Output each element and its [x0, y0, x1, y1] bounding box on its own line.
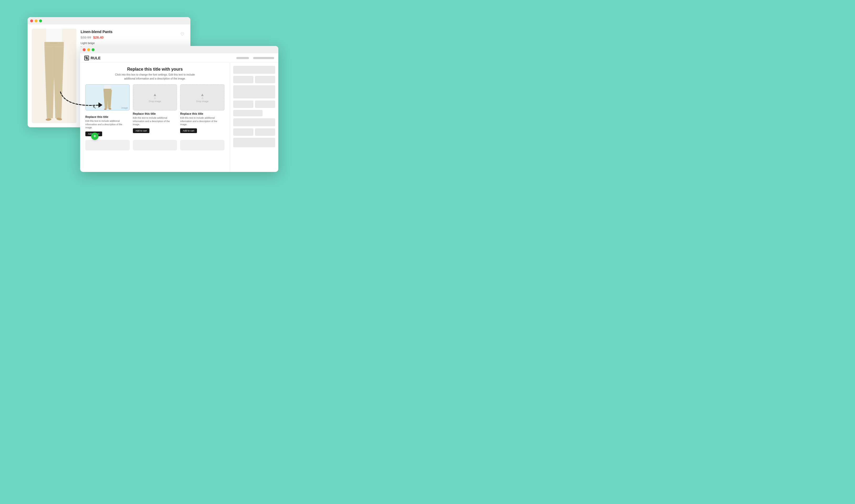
rule-logo-icon: [84, 56, 89, 60]
card1-image-label: image: [121, 107, 128, 109]
rule-logo: RULE: [84, 56, 101, 60]
card3-title: Replace this title: [180, 112, 225, 115]
sidebar-half-1: [233, 76, 253, 83]
color-label: Light beige: [81, 41, 186, 44]
sidebar-half-5: [233, 128, 253, 136]
sidebar-block-1: [233, 66, 275, 74]
sidebar-half-4: [255, 101, 275, 108]
card-image-1[interactable]: image: [85, 84, 130, 110]
sidebar-block-3: [233, 110, 263, 116]
sidebar-half-6: [255, 128, 275, 136]
section-subtitle: Click into this box to change the font s…: [113, 73, 197, 80]
sidebar-half-3: [233, 101, 253, 108]
sidebar-half-2: [255, 76, 275, 83]
price-sale: $26.40: [93, 35, 104, 39]
maximize-dot-w2[interactable]: [92, 48, 94, 51]
svg-rect-2: [44, 42, 64, 47]
nav-bar-1: [236, 57, 249, 59]
product-card-3: ▲△ Drop image Replace this title Edit th…: [180, 84, 225, 136]
product-card-1: image ↖ + Replace this title Edit this t…: [85, 84, 130, 136]
card3-image-label: Drop image: [196, 100, 209, 103]
card-image-2[interactable]: ▲△ Drop image: [133, 84, 177, 110]
drop-icon-2: ▲△: [153, 92, 157, 99]
card2-image-label: Drop image: [149, 100, 161, 103]
sidebar-row-2: [233, 101, 275, 108]
nav-bar-2: [253, 57, 274, 59]
window1-titlebar: [28, 17, 190, 24]
window2-inner: Replace this title with yours Click into…: [80, 63, 278, 172]
rule-logo-text: RULE: [91, 56, 101, 60]
card3-desc: Edit this text to include additional inf…: [180, 116, 225, 126]
product-grid: image ↖ + Replace this title Edit this t…: [85, 84, 225, 136]
price-row: $32.99 $26.40: [81, 35, 186, 39]
row2-card-3: [180, 140, 225, 150]
maximize-dot-w1[interactable]: [39, 19, 42, 22]
card-pants-svg: [100, 85, 115, 110]
section-title: Replace this title with yours: [85, 67, 225, 72]
svg-point-12: [109, 108, 111, 109]
product-card-2: ▲△ Drop image Replace this title Edit th…: [133, 84, 177, 136]
svg-rect-10: [104, 89, 111, 90]
product-row2: [85, 140, 225, 150]
card-image-3[interactable]: ▲△ Drop image: [180, 84, 225, 110]
drop-icon-3: ▲△: [200, 92, 204, 99]
row2-card-2: [133, 140, 177, 150]
window2-main-content: Replace this title with yours Click into…: [80, 63, 230, 172]
sidebar-block-2: [233, 85, 275, 98]
price-original: $32.99: [81, 35, 91, 39]
close-dot-w1[interactable]: [30, 19, 33, 22]
window2-navbar: RULE: [80, 53, 278, 63]
plus-badge[interactable]: +: [91, 132, 99, 140]
svg-rect-1: [46, 29, 62, 43]
card2-desc: Edit this text to include additional inf…: [133, 116, 177, 126]
card2-title: Replace this title: [133, 112, 177, 115]
row2-card-1: [85, 140, 130, 150]
wishlist-heart-icon[interactable]: ♡: [180, 32, 184, 37]
svg-point-11: [104, 109, 107, 110]
rule-icon-svg: [85, 56, 89, 60]
card2-add-to-cart[interactable]: Add to cart: [133, 128, 150, 133]
sidebar-block-4: [233, 119, 275, 126]
sidebar-row-1: [233, 76, 275, 83]
card1-title: Replace this title: [85, 115, 130, 119]
product-image-panel: [32, 29, 76, 123]
pants-illustration: [32, 29, 76, 123]
card3-add-to-cart[interactable]: Add to cart: [180, 128, 197, 133]
window2-titlebar: [80, 46, 278, 53]
svg-rect-9: [104, 85, 110, 89]
card1-desc: Edit this text to include additional inf…: [85, 120, 130, 129]
product-title: Linen-blend Pants: [81, 30, 186, 34]
close-dot-w2[interactable]: [83, 48, 86, 51]
sidebar-block-5: [233, 138, 275, 147]
window2-rule-editor: RULE Replace this title with yours Click…: [80, 46, 278, 172]
sidebar-row-3: [233, 128, 275, 136]
minimize-dot-w1[interactable]: [35, 19, 38, 22]
window2-right-sidebar: [230, 63, 278, 172]
minimize-dot-w2[interactable]: [87, 48, 90, 51]
